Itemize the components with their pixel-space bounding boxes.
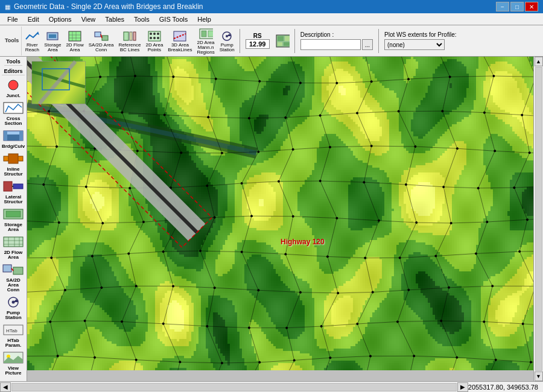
sidebar: Tools Editors Junct. CrossSection	[0, 57, 27, 381]
vscroll-down-button[interactable]: ▼	[535, 371, 543, 381]
app-icon: ▦	[5, 4, 10, 10]
2d-area-points-icon	[147, 30, 162, 43]
svg-point-15	[150, 33, 152, 35]
svg-rect-32	[284, 42, 290, 46]
plot-ws-group: Plot WS extents for Profile: (none)	[382, 31, 459, 50]
bc-lines-tool[interactable]: ReferenceBC Lines	[117, 29, 143, 53]
hscroll-left-button[interactable]: ◀	[0, 382, 11, 392]
svg-point-18	[150, 37, 152, 39]
bridge-culvert-icon	[2, 128, 24, 144]
view-picture-label: ViewPicture	[5, 366, 21, 376]
2d-flow-area-tool[interactable]: 2D FlowArea	[64, 29, 85, 53]
mann-label: 2D AreaMann.nRegions	[197, 40, 214, 55]
sa-2d-conn-tool[interactable]: SA/2D AreaConn	[87, 29, 116, 53]
breaklines-tool[interactable]: 3D AreaBreakLines	[166, 29, 194, 53]
view-picture-icon	[2, 350, 24, 365]
map-canvas[interactable]: Highway 120	[27, 57, 533, 381]
menu-item-edit[interactable]: Edit	[23, 14, 44, 24]
terrain-canvas	[27, 57, 533, 370]
pump-station-tool[interactable]: PumpStation	[218, 29, 237, 53]
hscroll-right-button[interactable]: ▶	[457, 382, 468, 392]
menubar: FileEditOptionsViewTablesToolsGIS ToolsH…	[0, 13, 543, 25]
svg-rect-42	[13, 184, 23, 189]
pump-station-sidebar-icon	[2, 294, 24, 310]
svg-rect-31	[278, 42, 282, 46]
svg-rect-45	[6, 211, 21, 217]
sidebar-item-lateral-structure[interactable]: LateralStructur	[1, 179, 25, 204]
svg-rect-53	[13, 267, 23, 274]
svg-text:HTab: HTab	[6, 328, 17, 334]
sidebar-item-pump-station[interactable]: PumpStation	[1, 294, 25, 320]
pump-station-label: PumpStation	[220, 43, 235, 52]
window-controls: − □ ✕	[496, 2, 538, 11]
svg-point-16	[153, 33, 156, 35]
svg-point-27	[226, 35, 228, 37]
sa-2d-sidebar-label: SA/2D AreaConn	[1, 278, 25, 292]
titlebar: ▦ Geometric Data - Single 2D Area with B…	[0, 0, 543, 13]
menu-item-file[interactable]: File	[2, 14, 23, 24]
storage-area-tool[interactable]: StorageArea	[42, 29, 63, 53]
minimize-button[interactable]: −	[496, 2, 509, 11]
menu-item-tables[interactable]: Tables	[100, 14, 129, 24]
storage-area-icon	[45, 30, 60, 43]
cross-section-label: CrossSection	[5, 116, 22, 126]
sidebar-item-cross-section[interactable]: CrossSection	[1, 100, 25, 126]
svg-rect-46	[4, 237, 23, 247]
menu-item-help[interactable]: Help	[192, 14, 216, 24]
maximize-button[interactable]: □	[510, 2, 524, 11]
map-icon	[275, 34, 290, 48]
menu-item-options[interactable]: Options	[44, 14, 77, 24]
menu-item-tools[interactable]: Tools	[129, 14, 154, 24]
mann-icon	[198, 27, 213, 40]
menu-item-gis tools[interactable]: GIS Tools	[154, 14, 193, 24]
close-button[interactable]: ✕	[525, 2, 538, 11]
svg-point-19	[153, 37, 156, 39]
river-reach-tool[interactable]: RiverReach	[23, 29, 41, 53]
sidebar-item-2d-flow[interactable]: 2D FlowArea	[1, 234, 25, 260]
svg-point-33	[8, 80, 18, 90]
sidebar-item-junction[interactable]: Junct.	[1, 77, 25, 98]
bridge-culvert-label: Brdg/Culv	[2, 144, 25, 149]
2d-flow-area-label: 2D FlowArea	[66, 43, 83, 52]
sidebar-item-inline-structure[interactable]: InlineStructur	[1, 151, 25, 177]
bc-lines-label: ReferenceBC Lines	[119, 43, 141, 52]
map-view-toggle[interactable]	[273, 34, 291, 48]
htab-label: HTabParam.	[5, 338, 22, 348]
svg-point-17	[157, 33, 159, 35]
sidebar-item-htab-param[interactable]: HTab HTabParam.	[1, 322, 25, 348]
plot-ws-label: Plot WS extents for Profile:	[384, 31, 457, 38]
description-group: Description : ...	[298, 31, 375, 50]
2d-area-points-tool[interactable]: 2D AreaPoints	[144, 29, 165, 53]
svg-rect-30	[285, 36, 290, 41]
vscroll-up-button[interactable]: ▲	[535, 57, 543, 66]
pump-icon	[220, 30, 234, 43]
menu-item-view[interactable]: View	[77, 14, 101, 24]
storage-area-sidebar-icon	[2, 206, 24, 222]
hscroll-track[interactable]	[11, 383, 457, 391]
breaklines-icon	[173, 30, 187, 43]
sidebar-item-bridge-culvert[interactable]: Brdg/Culv	[1, 128, 25, 149]
storage-area-label: StorageArea	[44, 43, 61, 52]
description-dots-button[interactable]: ...	[362, 39, 373, 50]
2d-area-points-label: 2D AreaPoints	[145, 43, 163, 52]
junction-label: Junct.	[6, 93, 21, 98]
vscroll-track[interactable]	[535, 67, 542, 371]
mann-regions-tool[interactable]: 2D AreaMann.nRegions	[195, 27, 216, 55]
status-coords: 2055317.80, 349653.78	[468, 384, 543, 391]
rs-value[interactable]: 12.99	[246, 39, 270, 49]
river-reach-label: RiverReach	[25, 43, 39, 52]
svg-rect-11	[124, 32, 129, 40]
sidebar-item-view-picture[interactable]: ViewPicture	[1, 350, 25, 376]
svg-marker-0	[37, 31, 39, 35]
svg-point-20	[157, 37, 159, 39]
plot-ws-select[interactable]: (none)	[384, 39, 445, 50]
svg-rect-36	[4, 131, 7, 141]
divider-3	[378, 29, 379, 53]
sa-2d-label: SA/2D AreaConn	[89, 43, 114, 52]
sidebar-item-sa-2d-conn[interactable]: SA/2D AreaConn	[1, 262, 25, 292]
editors-label: Editors	[2, 68, 24, 75]
svg-point-56	[12, 301, 15, 304]
sidebar-item-storage-area[interactable]: StorageArea	[1, 206, 25, 232]
svg-rect-25	[208, 31, 213, 37]
description-input[interactable]	[300, 39, 361, 50]
